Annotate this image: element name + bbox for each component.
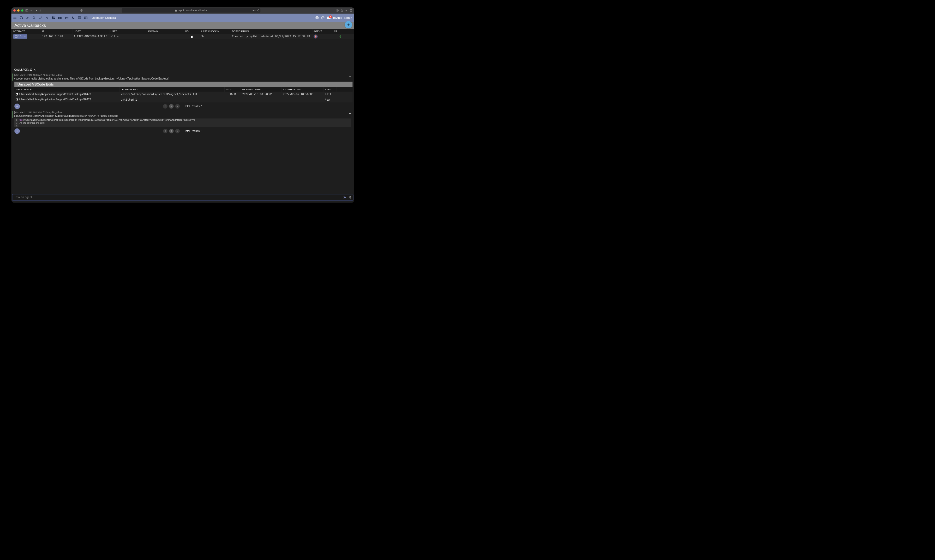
line-number: 3 (14, 124, 19, 127)
reload-icon[interactable] (257, 9, 259, 12)
close-tab-icon[interactable] (34, 69, 36, 71)
cell-user: alfie (109, 35, 147, 38)
table-header-row: INTERACT IP HOST USER DOMAIN OS LAST CHE… (11, 29, 354, 34)
copy-icon[interactable] (16, 93, 18, 95)
operation-name[interactable]: Operation Chimera (92, 16, 116, 20)
cell-size: 16 B (225, 93, 241, 96)
callback-id: 10 (18, 35, 21, 38)
biohazard-icon[interactable] (26, 16, 29, 20)
hamburger-icon[interactable] (13, 17, 17, 19)
sidebar-toggle-icon[interactable] (25, 9, 28, 12)
download-icon[interactable] (336, 9, 339, 12)
th-os: OS (184, 29, 201, 34)
add-callback-button[interactable] (345, 21, 352, 28)
phone-icon[interactable] (71, 16, 75, 20)
tune-icon[interactable] (349, 196, 352, 199)
page-prev-button[interactable] (163, 129, 168, 133)
table-row: /Users/alfie/Library/Application Support… (14, 92, 352, 97)
svg-rect-0 (26, 9, 28, 11)
chevron-down-icon[interactable] (30, 10, 32, 11)
maximize-window-icon[interactable] (21, 9, 23, 12)
section-header: Active Callbacks (11, 22, 354, 29)
mail-icon[interactable]: 4 (327, 17, 331, 19)
shield-icon[interactable] (80, 9, 83, 12)
titlebar: mythic:7443/new/callbacks ⊕A (11, 7, 354, 14)
url-text: mythic:7443/new/callbacks (178, 9, 207, 12)
nav-buttons (36, 9, 41, 12)
svg-rect-41 (86, 17, 87, 19)
cell-agent (312, 34, 333, 38)
svg-rect-64 (16, 94, 17, 95)
code-text: All the secrets are ours! (19, 121, 45, 124)
agent-avatar-icon[interactable] (313, 34, 318, 38)
new-tab-icon[interactable] (345, 9, 347, 12)
flag-icon[interactable] (78, 16, 81, 20)
collapse-icon[interactable] (349, 113, 351, 114)
wifi-icon (339, 35, 342, 37)
task-input[interactable] (14, 196, 343, 199)
add-task-button[interactable] (14, 128, 20, 134)
svg-rect-3 (175, 11, 177, 11)
svg-point-75 (349, 197, 350, 198)
fingerprint-icon[interactable] (45, 16, 48, 20)
translate-icon[interactable]: ⊕A (253, 9, 256, 12)
code-text: ///Users/alfie/Documents/SecretProject/s… (23, 118, 194, 121)
cell-created: 2022-03-16 18:58:05 (282, 93, 324, 96)
add-task-button[interactable] (14, 103, 20, 109)
copy-icon[interactable] (16, 98, 18, 101)
th-size: SIZE (225, 87, 241, 91)
task-header[interactable]: [Mon Mar 21 2022 18:23:54] / 37 / mythic… (12, 111, 354, 118)
task-header[interactable]: [Mon Mar 21 2022 18:23:42] / 36 / mythic… (12, 74, 354, 81)
th-desc: DESCRIPTION (231, 29, 312, 34)
tab-callback[interactable]: CALLBACK: 10 (13, 67, 37, 73)
page-number-button[interactable]: 1 (169, 104, 173, 108)
th-created-time: CREATED TIME (282, 87, 324, 91)
th-domain: DOMAIN (147, 29, 184, 34)
window-controls (13, 9, 23, 12)
th-host: HOST (73, 29, 109, 34)
page-prev-button[interactable] (163, 104, 168, 108)
tabs-icon[interactable] (350, 9, 352, 12)
socks-icon[interactable] (51, 16, 55, 20)
close-window-icon[interactable] (13, 9, 15, 12)
key-icon[interactable] (65, 17, 68, 19)
th-original-file: ORIGINAL FILE (119, 87, 225, 91)
headphones-icon[interactable] (20, 16, 23, 20)
interact-dropdown[interactable] (23, 34, 27, 38)
user-icon[interactable] (315, 16, 319, 20)
svg-line-24 (35, 18, 35, 19)
paperclip-icon[interactable] (39, 16, 42, 20)
url-bar[interactable]: mythic:7443/new/callbacks ⊕A (122, 8, 260, 12)
svg-point-77 (350, 198, 350, 198)
current-user[interactable]: mythic_admin (333, 16, 352, 20)
titlebar-right (336, 9, 352, 12)
interact-button[interactable]: 10 (13, 34, 28, 38)
svg-point-43 (316, 17, 318, 18)
pager: 1 Total Results: 1 (14, 102, 351, 110)
mitre-icon[interactable] (84, 17, 88, 19)
cell-modified: 2022-03-16 18:58:05 (241, 93, 281, 96)
th-agent: AGENT (312, 29, 333, 34)
page-number-button[interactable]: 1 (169, 129, 173, 133)
camera-icon[interactable] (58, 17, 62, 20)
page-next-button[interactable] (175, 104, 180, 108)
task-cmd: vscode_open_edits Listing edited and uns… (14, 77, 354, 80)
share-icon[interactable] (341, 9, 343, 12)
send-icon[interactable] (343, 196, 346, 199)
svg-rect-58 (315, 35, 316, 36)
pager: 1 Total Results: 1 (14, 127, 351, 135)
back-icon[interactable] (36, 9, 37, 12)
cell-host: ALFIES-MACBOOK-AIR.LO (73, 35, 109, 38)
help-icon[interactable] (321, 16, 324, 20)
page-next-button[interactable] (175, 129, 180, 133)
search-icon[interactable] (32, 16, 36, 20)
callback-tabs: CALLBACK: 10 (11, 67, 354, 73)
svg-rect-13 (351, 11, 352, 11)
svg-rect-66 (16, 99, 17, 101)
forward-icon[interactable] (40, 9, 41, 12)
collapse-icon[interactable] (349, 75, 351, 77)
minimize-window-icon[interactable] (17, 9, 20, 12)
cell-ip: 192.168.1.128 (41, 35, 73, 38)
lock-icon (175, 9, 177, 12)
svg-rect-59 (315, 37, 316, 38)
